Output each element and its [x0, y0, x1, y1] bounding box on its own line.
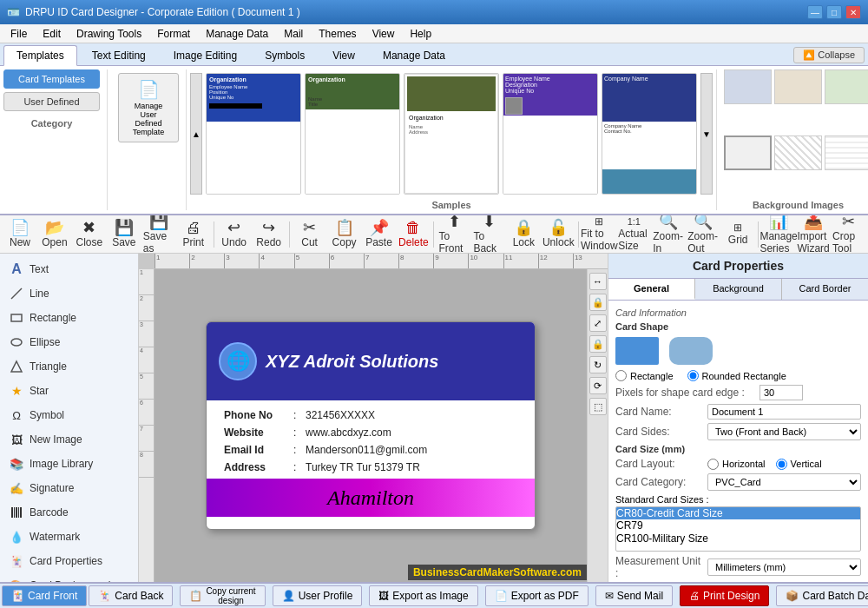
- import-btn[interactable]: 📥Import Wizard: [797, 218, 830, 251]
- lock-btn[interactable]: 🔒Lock: [507, 218, 540, 251]
- copy-btn[interactable]: 📋Copy: [328, 218, 361, 251]
- toback-btn[interactable]: ⬇To Back: [472, 218, 505, 251]
- unlock-btn[interactable]: 🔓Unlock: [542, 218, 575, 251]
- bg-thumb-6[interactable]: [825, 135, 868, 170]
- horizontal-radio[interactable]: [707, 459, 719, 470]
- bg-thumb-5[interactable]: [774, 135, 822, 170]
- paste-btn[interactable]: 📌Paste: [363, 218, 396, 251]
- side-scroll-btn-6[interactable]: ⟳: [589, 377, 607, 394]
- redo-btn[interactable]: ↪Redo: [253, 218, 286, 251]
- save-btn[interactable]: 💾Save: [108, 218, 141, 251]
- undo-btn[interactable]: ↩Undo: [218, 218, 251, 251]
- menu-format[interactable]: Format: [150, 26, 197, 42]
- card-size-list[interactable]: CR80-Credit Card Size CR79 CR100-Militar…: [615, 506, 861, 552]
- actualsize-btn[interactable]: 1:1Actual Size: [617, 218, 650, 251]
- new-btn[interactable]: 📄New: [3, 218, 36, 251]
- menu-drawing-tools[interactable]: Drawing Tools: [69, 26, 148, 42]
- horizontal-radio-label[interactable]: Horizontal: [707, 459, 766, 470]
- grid-btn[interactable]: ⊞Grid: [721, 218, 754, 251]
- tofront-btn[interactable]: ⬆To Front: [437, 218, 470, 251]
- card-templates-button[interactable]: Card Templates: [3, 69, 100, 89]
- side-scroll-btn-5[interactable]: ↻: [589, 356, 607, 373]
- triangle-tool[interactable]: Triangle: [0, 354, 138, 379]
- card-batch-btn[interactable]: 📦 Card Batch Data: [776, 585, 868, 606]
- card-category-select[interactable]: PVC_Card: [707, 473, 861, 491]
- side-scroll-btn-7[interactable]: ⬚: [589, 398, 607, 415]
- tab-templates[interactable]: Templates: [3, 45, 77, 66]
- canvas[interactable]: 🌐 XYZ Adroit Solutions Phone No : 321456…: [155, 269, 587, 582]
- saveas-btn[interactable]: 💾Save as: [142, 218, 175, 251]
- sample-card-4[interactable]: Employee NameDesignationUnique No: [503, 73, 598, 195]
- tab-text-editing[interactable]: Text Editing: [79, 45, 159, 65]
- sample-card-2[interactable]: Organization NameTitle: [305, 73, 400, 195]
- zoomin-btn[interactable]: 🔍Zoom-In: [652, 218, 685, 251]
- bg-thumb-1[interactable]: [724, 69, 772, 104]
- maximize-button[interactable]: □: [826, 5, 842, 19]
- print-btn[interactable]: 🖨Print: [177, 218, 210, 251]
- ellipse-tool[interactable]: Ellipse: [0, 330, 138, 354]
- manageseries-btn[interactable]: 📊Manage Series: [762, 218, 795, 251]
- user-profile-btn[interactable]: 👤 User Profile: [273, 585, 363, 606]
- imagelibrary-tool[interactable]: 📚 Image Library: [0, 452, 138, 476]
- text-tool[interactable]: A Text: [0, 257, 138, 281]
- cardbg-tool[interactable]: 🎨 Card Background: [0, 573, 138, 582]
- sample-card-3[interactable]: Organization NameAddress: [404, 73, 499, 195]
- delete-btn[interactable]: 🗑Delete: [397, 218, 430, 251]
- sample-card-1[interactable]: Organization Employee NamePositionUnique…: [206, 73, 301, 195]
- line-tool[interactable]: Line: [0, 281, 138, 306]
- menu-mail[interactable]: Mail: [277, 26, 310, 42]
- menu-manage-data[interactable]: Manage Data: [199, 26, 275, 42]
- tab-card-border[interactable]: Card Border: [782, 279, 868, 300]
- menu-view[interactable]: View: [365, 26, 402, 42]
- cardprops-tool[interactable]: 🃏 Card Properties: [0, 549, 138, 573]
- samples-scroll-down[interactable]: ▼: [700, 73, 713, 195]
- newimage-tool[interactable]: 🖼 New Image: [0, 427, 138, 452]
- measurement-select[interactable]: Millimeters (mm) Inches (in): [707, 558, 861, 576]
- card-front-btn[interactable]: 🃏 Card Front: [2, 585, 87, 606]
- sample-card-5[interactable]: Company Name Company NameContact No.: [602, 73, 697, 195]
- rect-radio-label[interactable]: Rectangle: [615, 370, 674, 381]
- vertical-radio-label[interactable]: Vertical: [776, 459, 822, 470]
- export-image-btn[interactable]: 🖼 Export as Image: [369, 585, 477, 606]
- pixels-input[interactable]: [760, 385, 803, 400]
- minimize-button[interactable]: —: [807, 5, 823, 19]
- side-scroll-btn-3[interactable]: ⤢: [589, 314, 607, 332]
- bg-thumb-4[interactable]: [724, 135, 772, 170]
- crop-btn[interactable]: ✂Crop Tool: [832, 218, 865, 251]
- rectangle-tool[interactable]: Rectangle: [0, 306, 138, 330]
- rounded-radio[interactable]: [687, 370, 699, 381]
- tab-background[interactable]: Background: [695, 279, 782, 300]
- tab-symbols[interactable]: Symbols: [252, 45, 318, 65]
- user-defined-button[interactable]: User Defined: [3, 92, 100, 111]
- card-name-input[interactable]: [707, 404, 861, 420]
- send-mail-btn[interactable]: ✉ Send Mail: [595, 585, 673, 606]
- close-window-button[interactable]: ✕: [845, 5, 861, 19]
- samples-scroll-up[interactable]: ▲: [190, 73, 202, 195]
- side-scroll-btn-1[interactable]: ↔: [589, 273, 607, 290]
- side-scroll-btn-2[interactable]: 🔒: [589, 294, 607, 311]
- symbol-tool[interactable]: Ω Symbol: [0, 403, 138, 427]
- watermark-tool[interactable]: 💧 Watermark: [0, 525, 138, 549]
- print-design-btn[interactable]: 🖨 Print Design: [680, 585, 769, 606]
- side-scroll-btn-4[interactable]: 🔒: [589, 335, 607, 353]
- signature-tool[interactable]: ✍ Signature: [0, 476, 138, 500]
- tab-image-editing[interactable]: Image Editing: [161, 45, 250, 65]
- menu-themes[interactable]: Themes: [312, 26, 363, 42]
- bg-thumb-2[interactable]: [774, 69, 822, 104]
- rounded-radio-label[interactable]: Rounded Rectangle: [687, 370, 786, 381]
- tab-manage-data[interactable]: Manage Data: [370, 45, 458, 65]
- menu-help[interactable]: Help: [403, 26, 438, 42]
- cut-btn[interactable]: ✂Cut: [293, 218, 326, 251]
- vertical-radio[interactable]: [776, 459, 787, 470]
- star-tool[interactable]: ★ Star: [0, 379, 138, 403]
- bg-thumb-3[interactable]: [825, 69, 868, 104]
- menu-file[interactable]: File: [3, 26, 34, 42]
- copy-design-btn[interactable]: 📋 Copy currentdesign: [180, 585, 265, 606]
- zoomout-btn[interactable]: 🔍Zoom-Out: [687, 218, 720, 251]
- fit-btn[interactable]: ⊞Fit to Window: [582, 218, 615, 251]
- barcode-tool[interactable]: Barcode: [0, 500, 138, 525]
- tab-view[interactable]: View: [319, 45, 368, 65]
- card-back-btn[interactable]: 🃏 Card Back: [89, 585, 173, 606]
- menu-edit[interactable]: Edit: [36, 26, 68, 42]
- close-btn[interactable]: ✖Close: [73, 218, 106, 251]
